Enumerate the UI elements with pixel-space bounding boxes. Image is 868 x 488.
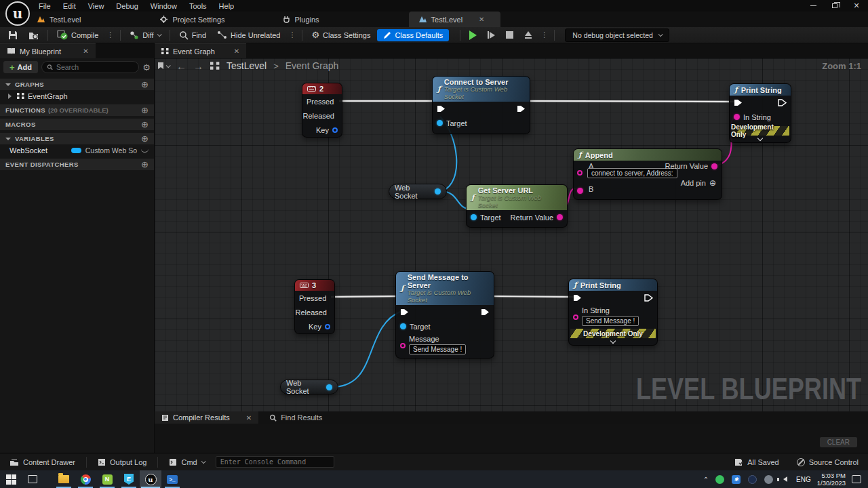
breadcrumb-root[interactable]: TestLevel xyxy=(226,60,267,71)
cmd-dropdown[interactable]: Cmd xyxy=(165,456,208,468)
play-button[interactable] xyxy=(465,29,481,41)
tab-level-shortcut[interactable]: TestLevel xyxy=(28,12,89,27)
message-pin[interactable] xyxy=(400,343,406,348)
tray-discord-icon[interactable] xyxy=(764,474,774,485)
section-macros[interactable]: MACROS ⊕ xyxy=(0,119,154,130)
tray-messenger-icon[interactable] xyxy=(715,474,725,485)
volume-icon[interactable] xyxy=(780,474,790,485)
event-graph-canvas[interactable]: ← → TestLevel > Event Graph Zoom 1:1 LEV… xyxy=(155,58,868,411)
tab-project-settings[interactable]: Project Settings xyxy=(151,12,233,27)
node-key-event-2[interactable]: 2 Pressed Released Key xyxy=(302,83,342,138)
tab-my-blueprint[interactable]: My Blueprint ✕ xyxy=(0,43,96,58)
breadcrumb-current[interactable]: Event Graph xyxy=(285,60,339,71)
eye-closed-icon[interactable] xyxy=(141,148,149,152)
frame-skip-button[interactable] xyxy=(484,30,499,40)
minimize-button[interactable] xyxy=(806,1,821,11)
play-options-kebab[interactable]: ⋮ xyxy=(539,30,549,39)
section-functions[interactable]: FUNCTIONS (20 OVERRIDABLE) ⊕ xyxy=(0,104,154,116)
console-command-input[interactable] xyxy=(216,456,334,468)
clear-button[interactable]: CLEAR xyxy=(820,437,857,447)
tray-app-icon[interactable]: ✱ xyxy=(731,474,741,485)
forward-button[interactable]: → xyxy=(193,60,203,72)
powershell-button[interactable]: >_ xyxy=(161,470,183,488)
notification-center-icon[interactable] xyxy=(852,475,861,483)
in-string-value-field[interactable]: Send Message ! xyxy=(582,316,639,326)
exec-pin-out[interactable] xyxy=(481,308,490,316)
section-variables[interactable]: VARIABLES ⊕ xyxy=(0,133,154,144)
menu-help[interactable]: Help xyxy=(213,1,241,12)
tab-find-results[interactable]: Find Results xyxy=(262,411,329,424)
close-tab-icon[interactable]: ✕ xyxy=(234,47,239,55)
node-print-string-top[interactable]: ƒ Print String In String Development Onl… xyxy=(729,83,791,143)
browse-asset-button[interactable] xyxy=(24,29,43,41)
menu-view[interactable]: View xyxy=(82,1,111,12)
node-print-string-bottom[interactable]: ƒ Print String In String Send Message ! … xyxy=(568,279,658,346)
websocket-out-pin[interactable] xyxy=(435,188,441,195)
tab-compiler-results[interactable]: Compiler Results ✕ xyxy=(155,411,258,424)
exec-pin-out[interactable] xyxy=(644,294,653,302)
close-tab-icon[interactable]: ✕ xyxy=(246,414,252,422)
return-value-pin[interactable] xyxy=(557,214,563,220)
find-button[interactable]: Find xyxy=(175,29,210,41)
menu-file[interactable]: File xyxy=(33,1,57,12)
tray-moon-icon[interactable] xyxy=(747,474,757,485)
notepadpp-button[interactable]: N xyxy=(96,470,118,488)
key-pin[interactable] xyxy=(332,127,338,133)
menu-debug[interactable]: Debug xyxy=(110,1,144,12)
node-connect-to-server[interactable]: ƒ Connect to Server Target is Custom Web… xyxy=(432,76,530,134)
in-string-pin[interactable] xyxy=(573,314,578,320)
add-function-icon[interactable]: ⊕ xyxy=(141,107,149,114)
add-variable-icon[interactable]: ⊕ xyxy=(141,136,149,142)
save-button[interactable] xyxy=(4,29,22,41)
clock[interactable]: 5:03 PM 1/30/2023 xyxy=(817,472,846,487)
exec-pin-in[interactable] xyxy=(400,308,409,316)
class-settings-button[interactable]: ⚙ Class Settings xyxy=(307,28,374,41)
in-string-pin[interactable] xyxy=(734,114,740,120)
add-dispatcher-icon[interactable]: ⊕ xyxy=(141,161,149,168)
tab-testlevel-active[interactable]: TestLevel ✕ xyxy=(409,12,500,27)
unreal-taskbar-button[interactable]: u xyxy=(140,470,161,488)
add-graph-icon[interactable]: ⊕ xyxy=(141,81,149,88)
hide-unrelated-button[interactable]: Hide Unrelated xyxy=(213,29,284,41)
section-event-dispatchers[interactable]: EVENT DISPATCHERS ⊕ xyxy=(0,159,154,170)
back-button[interactable]: ← xyxy=(176,60,186,72)
stop-button[interactable] xyxy=(502,30,517,40)
filter-gear-icon[interactable]: ⚙ xyxy=(142,62,151,73)
add-button[interactable]: +Add xyxy=(3,61,38,73)
node-collapse-chevron[interactable] xyxy=(569,338,657,345)
exec-pin-in[interactable] xyxy=(734,99,743,106)
close-button[interactable]: ✕ xyxy=(849,1,864,11)
exec-pin-out[interactable] xyxy=(517,105,526,113)
node-send-message[interactable]: ƒ Send Message to Server Target is Custo… xyxy=(395,271,494,359)
menu-window[interactable]: Window xyxy=(144,1,183,12)
node-append[interactable]: ƒ Append A connect to server, Address: B… xyxy=(573,148,722,200)
exec-pin-out[interactable] xyxy=(337,98,338,105)
node-key-event-3[interactable]: 3 Pressed Released Key xyxy=(294,279,335,334)
chrome-button[interactable] xyxy=(75,470,96,488)
hide-unrelated-kebab[interactable]: ⋮ xyxy=(287,30,297,39)
message-value-field[interactable]: Send Message ! xyxy=(409,344,466,354)
compile-options-kebab[interactable]: ⋮ xyxy=(105,30,115,39)
language-indicator[interactable]: ENG xyxy=(796,476,811,483)
close-panel-icon[interactable]: ✕ xyxy=(83,47,88,55)
eject-button[interactable] xyxy=(520,30,536,41)
exec-pin-out[interactable] xyxy=(330,294,330,302)
tab-plugins[interactable]: Plugins xyxy=(274,12,328,27)
epic-launcher-button[interactable]: E xyxy=(118,470,140,488)
debug-object-dropdown[interactable]: No debug object selected xyxy=(565,28,669,42)
close-tab-icon[interactable]: ✕ xyxy=(479,16,484,23)
add-macro-icon[interactable]: ⊕ xyxy=(141,121,149,128)
target-pin[interactable] xyxy=(437,120,443,126)
task-view-button[interactable] xyxy=(22,470,43,488)
target-pin[interactable] xyxy=(400,323,406,329)
a-pin[interactable] xyxy=(577,170,583,176)
node-websocket-getter-top[interactable]: Web Socket xyxy=(389,184,447,199)
menu-tools[interactable]: Tools xyxy=(183,1,213,12)
start-button[interactable] xyxy=(0,470,22,488)
item-event-graph[interactable]: EventGraph xyxy=(0,90,154,102)
a-value-field[interactable]: connect to server, Address: xyxy=(587,168,677,178)
tab-event-graph[interactable]: Event Graph ✕ xyxy=(155,43,246,58)
section-graphs[interactable]: GRAPHS ⊕ xyxy=(0,79,154,90)
class-defaults-button[interactable]: Class Defaults xyxy=(377,29,449,41)
file-explorer-button[interactable] xyxy=(53,470,75,488)
